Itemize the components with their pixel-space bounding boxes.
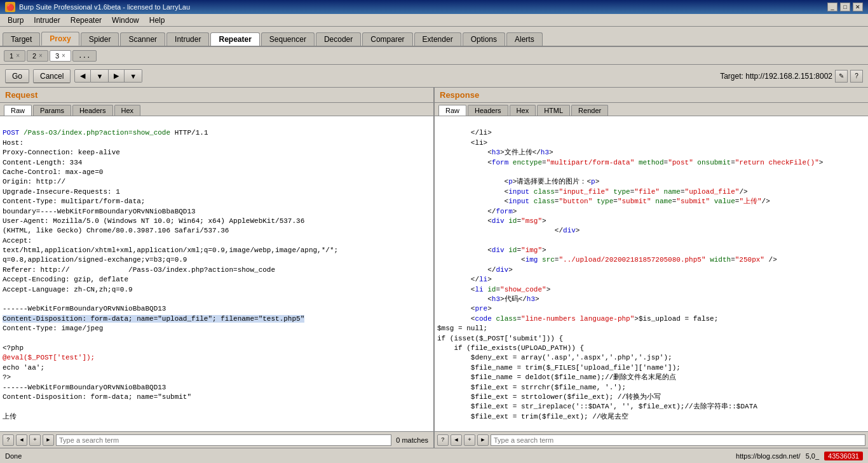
statusbar: Done https://blog.csdn.net/ 5,0_ 4353603…: [0, 448, 868, 463]
close-button[interactable]: ✕: [853, 3, 863, 11]
main-content: Request Raw Params Headers Hex POST /Pas…: [0, 88, 868, 448]
tab-options[interactable]: Options: [463, 32, 505, 46]
app-title: Burp Suite Professional v1.6beta - licen…: [19, 3, 190, 11]
menu-help[interactable]: Help: [144, 15, 170, 26]
tab-comparer[interactable]: Comparer: [362, 32, 412, 46]
response-panel-header: Response: [435, 88, 868, 103]
response-tab-headers[interactable]: Headers: [468, 105, 508, 116]
forward-down-button[interactable]: ▼: [125, 69, 142, 83]
request-content-wrapper: POST /Pass-O3/index.php?action=show_code…: [0, 116, 433, 448]
response-panel: Response Raw Headers Hex HTML Render </l…: [435, 88, 868, 448]
repeater-tab-3[interactable]: 3 ×: [50, 50, 71, 62]
request-tab-raw[interactable]: Raw: [4, 105, 32, 116]
status-url: https://blog.csdn.net/: [736, 452, 801, 460]
tab-repeater[interactable]: Repeater: [210, 32, 259, 46]
response-tab-raw[interactable]: Raw: [438, 105, 466, 116]
request-content[interactable]: POST /Pass-O3/index.php?action=show_code…: [0, 116, 433, 431]
request-search-next[interactable]: ▶: [43, 434, 54, 446]
repeater-tab-3-close[interactable]: ×: [62, 52, 65, 59]
request-search-bar: ? ◀ + ▶ 0 matches: [0, 431, 433, 448]
status-text: Done: [5, 452, 22, 460]
response-content-wrapper: </li> <li> <h3>文件上传</h3> <form enctype="…: [435, 116, 868, 448]
request-panel: Request Raw Params Headers Hex POST /Pas…: [0, 88, 435, 448]
request-tab-headers[interactable]: Headers: [72, 105, 113, 116]
menu-window[interactable]: Window: [107, 15, 144, 26]
forward-button[interactable]: ▶: [109, 69, 125, 83]
menu-burp[interactable]: Burp: [3, 15, 29, 26]
titlebar-controls[interactable]: _ □ ✕: [827, 3, 863, 11]
repeater-tab-bar: 1 × 2 × 3 × ...: [0, 47, 868, 65]
request-panel-header: Request: [0, 88, 433, 103]
back-down-button[interactable]: ▼: [91, 69, 109, 83]
request-search-input[interactable]: [56, 434, 391, 446]
target-info: Target: http://192.168.2.151:8002 ✎ ?: [720, 70, 863, 83]
tab-proxy[interactable]: Proxy: [41, 32, 79, 46]
target-label: Target: http://192.168.2.151:8002: [720, 72, 832, 81]
titlebar: 🔴 Burp Suite Professional v1.6beta - lic…: [0, 0, 868, 14]
go-button[interactable]: Go: [5, 69, 29, 83]
repeater-tab-1-close[interactable]: ×: [16, 52, 20, 59]
response-search-next-add[interactable]: +: [464, 434, 475, 446]
tab-alerts[interactable]: Alerts: [506, 32, 543, 46]
statusbar-right: https://blog.csdn.net/ 5,0_ 43536031: [736, 452, 863, 460]
menu-intruder[interactable]: Intruder: [29, 15, 65, 26]
cancel-button[interactable]: Cancel: [33, 69, 71, 83]
request-search-prev[interactable]: ◀: [16, 434, 27, 446]
status-info: 5,0_: [806, 452, 819, 460]
request-tab-hex[interactable]: Hex: [114, 105, 141, 116]
app-icon: 🔴: [5, 2, 15, 12]
response-search-bar: ? ◀ + ▶: [435, 431, 868, 448]
tab-decoder[interactable]: Decoder: [316, 32, 361, 46]
menubar: Burp Intruder Repeater Window Help: [0, 14, 868, 27]
titlebar-title: 🔴 Burp Suite Professional v1.6beta - lic…: [5, 2, 190, 12]
minimize-button[interactable]: _: [827, 3, 837, 11]
response-search-next[interactable]: ▶: [477, 434, 489, 446]
repeater-tab-2-label: 2: [32, 52, 36, 60]
main-tab-bar: Target Proxy Spider Scanner Intruder Rep…: [0, 27, 868, 47]
request-search-count: 0 matches: [393, 436, 431, 444]
target-help-button[interactable]: ?: [850, 70, 863, 83]
response-search-prev[interactable]: ◀: [451, 434, 462, 446]
response-tab-html[interactable]: HTML: [537, 105, 570, 116]
response-search-input[interactable]: [491, 434, 865, 446]
toolbar: Go Cancel ◀ ▼ ▶ ▼ Target: http://192.168…: [0, 65, 868, 88]
tab-scanner[interactable]: Scanner: [120, 32, 165, 46]
response-content[interactable]: </li> <li> <h3>文件上传</h3> <form enctype="…: [435, 116, 868, 431]
repeater-tab-2-close[interactable]: ×: [39, 52, 43, 59]
csdn-badge: 43536031: [824, 452, 863, 460]
repeater-tab-1[interactable]: 1 ×: [4, 50, 25, 62]
request-panel-tabs: Raw Params Headers Hex: [0, 103, 433, 116]
response-tab-hex[interactable]: Hex: [510, 105, 536, 116]
response-panel-tabs: Raw Headers Hex HTML Render: [435, 103, 868, 116]
menu-repeater[interactable]: Repeater: [65, 15, 107, 26]
response-search-help[interactable]: ?: [437, 434, 449, 446]
tab-extender[interactable]: Extender: [414, 32, 461, 46]
tab-spider[interactable]: Spider: [81, 32, 119, 46]
tab-target[interactable]: Target: [3, 32, 40, 46]
tab-intruder[interactable]: Intruder: [166, 32, 209, 46]
request-search-next-add[interactable]: +: [29, 434, 41, 446]
repeater-tab-1-label: 1: [10, 52, 13, 60]
target-edit-button[interactable]: ✎: [835, 70, 848, 83]
back-button[interactable]: ◀: [74, 69, 91, 83]
repeater-tab-3-label: 3: [55, 52, 59, 60]
repeater-tab-2[interactable]: 2 ×: [27, 50, 48, 62]
tab-sequencer[interactable]: Sequencer: [261, 32, 315, 46]
response-tab-render[interactable]: Render: [571, 105, 608, 116]
request-search-help[interactable]: ?: [3, 434, 14, 446]
request-tab-params[interactable]: Params: [33, 105, 71, 116]
repeater-tab-more[interactable]: ...: [72, 50, 97, 62]
maximize-button[interactable]: □: [840, 3, 850, 11]
